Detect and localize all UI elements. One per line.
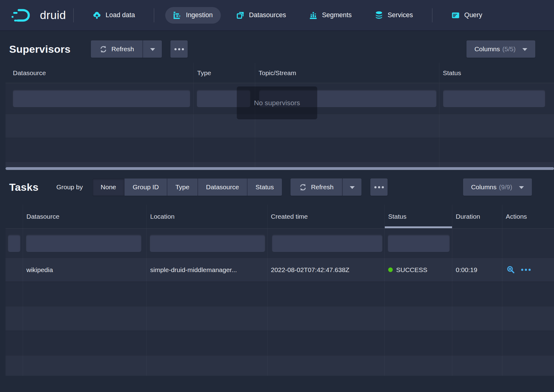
supervisors-partial-row xyxy=(6,162,554,167)
tasks-empty-row xyxy=(6,306,554,331)
column-header-duration[interactable]: Duration xyxy=(452,205,502,228)
nav-item-query[interactable]: Query xyxy=(443,7,490,24)
supervisors-more-button[interactable] xyxy=(170,40,188,58)
columns-count: (9/9) xyxy=(499,183,512,191)
tasks-columns-button[interactable]: Columns (9/9) xyxy=(463,179,532,196)
nav-item-ingestion[interactable]: Ingestion xyxy=(165,7,220,24)
caret-down-icon xyxy=(150,48,155,51)
nav-item-label: Load data xyxy=(106,11,135,19)
column-header-type[interactable]: Type xyxy=(193,63,255,83)
tasks-empty-row xyxy=(6,331,554,355)
tasks-partial-row xyxy=(6,355,554,376)
column-header-datasource[interactable]: Datasource xyxy=(23,205,146,228)
tasks-empty-row xyxy=(6,282,554,306)
columns-label: Columns xyxy=(474,45,500,53)
nav-item-label: Segments xyxy=(322,11,352,19)
group-by-type-button[interactable]: Type xyxy=(167,179,197,196)
group-by-segmented-control: None Group ID Type Datasource Status xyxy=(93,179,282,196)
nav-item-load-data[interactable]: Load data xyxy=(85,7,143,24)
supervisors-section: Supervisors Refresh Column xyxy=(0,40,554,170)
supervisors-empty-row xyxy=(6,138,554,162)
tasks-table-header: Datasource Location Created time Status … xyxy=(6,205,554,229)
search-details-icon[interactable] xyxy=(507,266,515,274)
more-actions-icon[interactable] xyxy=(521,269,531,271)
nav-item-datasources[interactable]: Datasources xyxy=(228,7,294,24)
group-by-status-button[interactable]: Status xyxy=(247,179,282,196)
group-by-none-button[interactable]: None xyxy=(93,179,124,196)
filter-input-status[interactable] xyxy=(443,90,545,107)
refresh-label: Refresh xyxy=(111,45,134,53)
druid-logo-icon xyxy=(11,8,35,23)
column-header-status[interactable]: Status xyxy=(439,63,554,83)
brand-wordmark: druid xyxy=(40,9,66,22)
tasks-filter-row xyxy=(6,229,554,258)
tasks-more-button[interactable] xyxy=(370,179,388,196)
supervisors-refresh-options-button[interactable] xyxy=(142,40,162,58)
nav-divider xyxy=(154,8,154,22)
gantt-chart-icon xyxy=(173,11,181,19)
tasks-title: Tasks xyxy=(9,181,38,193)
column-header-actions[interactable]: Actions xyxy=(502,205,554,228)
supervisors-title: Supervisors xyxy=(9,43,71,55)
success-status-dot-icon xyxy=(388,267,393,272)
nav-item-label: Ingestion xyxy=(186,11,213,19)
supervisors-refresh-button[interactable]: Refresh xyxy=(91,40,143,58)
task-location: simple-druid-middlemanager... xyxy=(146,258,267,282)
caret-down-icon xyxy=(519,186,524,189)
no-supervisors-message: No supervisors xyxy=(237,86,317,119)
tasks-header: Tasks Group by None Group ID Type Dataso… xyxy=(0,179,554,196)
group-by-group-id-button[interactable]: Group ID xyxy=(124,179,167,196)
stacked-squares-icon xyxy=(236,11,244,19)
supervisors-header: Supervisors Refresh Column xyxy=(0,40,554,58)
sort-indicator xyxy=(385,226,452,228)
task-status: SUCCESS xyxy=(384,258,452,282)
nav-item-services[interactable]: Services xyxy=(367,7,421,24)
group-by-datasource-button[interactable]: Datasource xyxy=(197,179,247,196)
bar-chart-icon xyxy=(309,11,317,19)
horizontal-scrollbar[interactable] xyxy=(6,167,554,170)
column-header-datasource[interactable]: Datasource xyxy=(6,63,193,83)
database-icon xyxy=(375,11,383,19)
caret-down-icon xyxy=(522,48,527,51)
status-text: SUCCESS xyxy=(396,266,427,274)
tasks-table: Datasource Location Created time Status … xyxy=(6,205,554,376)
top-nav: druid Load data Ingestion xyxy=(0,0,554,31)
tasks-refresh-options-button[interactable] xyxy=(342,179,361,196)
group-by-label: Group by xyxy=(56,183,83,191)
columns-label: Columns xyxy=(471,183,497,191)
task-datasource: wikipedia xyxy=(23,258,146,282)
task-created-time: 2022-08-02T07:42:47.638Z xyxy=(267,258,384,282)
cloud-upload-icon xyxy=(93,11,101,19)
nav-item-label: Datasources xyxy=(249,11,286,19)
supervisors-columns-button[interactable]: Columns (5/5) xyxy=(466,40,535,58)
filter-input-location[interactable] xyxy=(150,235,265,252)
filter-input-datasource[interactable] xyxy=(26,235,141,252)
supervisors-table-header: Datasource Type Topic/Stream Status xyxy=(6,63,554,83)
refresh-label: Refresh xyxy=(311,183,334,191)
column-header-created-time[interactable]: Created time xyxy=(267,205,384,228)
column-header-topic-stream[interactable]: Topic/Stream xyxy=(255,63,439,83)
filter-input-created-time[interactable] xyxy=(272,235,382,252)
columns-count: (5/5) xyxy=(502,45,516,53)
column-header-row-index[interactable] xyxy=(6,205,23,228)
column-header-location[interactable]: Location xyxy=(146,205,267,228)
caret-down-icon xyxy=(350,186,355,189)
task-row-wikipedia[interactable]: wikipedia simple-druid-middlemanager... … xyxy=(6,258,554,282)
refresh-icon xyxy=(99,45,107,53)
filter-input-status[interactable] xyxy=(388,235,450,252)
more-icon xyxy=(374,186,384,188)
tasks-refresh-split-button: Refresh xyxy=(291,179,362,196)
task-duration: 0:00:19 xyxy=(452,258,502,282)
column-header-status[interactable]: Status xyxy=(384,205,452,228)
nav-item-segments[interactable]: Segments xyxy=(301,7,360,24)
nav-divider xyxy=(432,8,432,22)
supervisors-refresh-split-button: Refresh xyxy=(91,40,162,58)
console-icon xyxy=(451,11,460,19)
nav-divider xyxy=(73,8,74,22)
refresh-icon xyxy=(299,183,307,191)
nav-item-label: Query xyxy=(464,11,482,19)
filter-input-row-index[interactable] xyxy=(8,235,20,252)
filter-input-datasource[interactable] xyxy=(13,90,190,107)
druid-brand[interactable]: druid xyxy=(11,8,66,23)
tasks-refresh-button[interactable]: Refresh xyxy=(291,179,342,196)
